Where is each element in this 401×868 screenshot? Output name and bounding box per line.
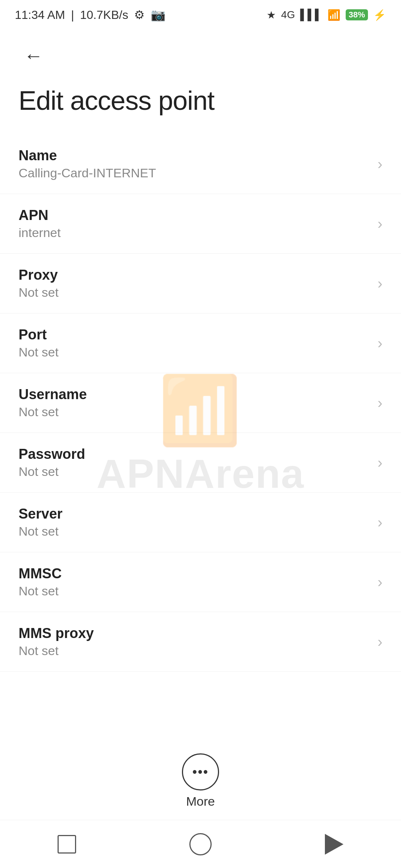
settings-value-proxy: Not set — [19, 285, 370, 300]
settings-item-text-proxy: Proxy Not set — [19, 267, 370, 300]
chevron-right-icon-apn: › — [378, 216, 382, 232]
speed-display: | — [71, 8, 74, 22]
more-button[interactable]: ••• More — [182, 753, 219, 809]
settings-value-mms-proxy: Not set — [19, 644, 370, 658]
settings-item-text-server: Server Not set — [19, 506, 370, 539]
chevron-right-icon-username: › — [378, 395, 382, 411]
battery-indicator: 38 % — [346, 9, 368, 20]
bluetooth-icon: ★ — [267, 9, 276, 21]
settings-label-username: Username — [19, 387, 370, 402]
settings-value-name: Calling-Card-INTERNET — [19, 166, 370, 180]
settings-value-apn: internet — [19, 226, 370, 240]
settings-value-port: Not set — [19, 345, 370, 359]
settings-item-username[interactable]: Username Not set › — [0, 373, 401, 433]
nav-back-button[interactable] — [319, 829, 349, 859]
chevron-right-icon-proxy: › — [378, 275, 382, 292]
settings-item-text-mmsc: MMSC Not set — [19, 566, 370, 598]
chevron-right-icon-name: › — [378, 156, 382, 172]
settings-item-text-password: Password Not set — [19, 446, 370, 479]
settings-label-apn: APN — [19, 207, 370, 223]
network-speed: 10.7KB/s — [80, 8, 128, 22]
chevron-right-icon-mmsc: › — [378, 574, 382, 591]
signal-4g-icon: 4G — [281, 9, 295, 21]
settings-icon: ⚙ — [134, 8, 145, 22]
settings-label-proxy: Proxy — [19, 267, 370, 283]
settings-item-text-mms-proxy: MMS proxy Not set — [19, 625, 370, 658]
settings-value-server: Not set — [19, 524, 370, 539]
settings-item-mmsc[interactable]: MMSC Not set › — [0, 552, 401, 612]
chevron-right-icon-mms-proxy: › — [378, 634, 382, 650]
settings-value-password: Not set — [19, 464, 370, 479]
time-display: 11:34 AM — [15, 8, 65, 22]
charging-icon: ⚡ — [373, 9, 386, 21]
settings-item-server[interactable]: Server Not set › — [0, 493, 401, 552]
settings-item-proxy[interactable]: Proxy Not set › — [0, 254, 401, 313]
settings-label-name: Name — [19, 148, 370, 164]
more-label: More — [186, 794, 215, 809]
home-icon — [189, 833, 212, 855]
page-title: Edit access point — [0, 74, 401, 134]
nav-recents-button[interactable] — [52, 829, 82, 859]
settings-label-password: Password — [19, 446, 370, 462]
settings-label-mmsc: MMSC — [19, 566, 370, 582]
settings-item-password[interactable]: Password Not set › — [0, 433, 401, 493]
settings-label-mms-proxy: MMS proxy — [19, 625, 370, 641]
top-bar: ← — [0, 30, 401, 74]
nav-home-button[interactable] — [186, 829, 215, 859]
back-button[interactable]: ← — [19, 41, 48, 70]
more-circle-icon: ••• — [182, 753, 219, 790]
settings-item-text-username: Username Not set — [19, 387, 370, 419]
status-bar: 11:34 AM | 10.7KB/s ⚙ 📷 ★ 4G ▌▌▌ 📶 38 % … — [0, 0, 401, 30]
wifi-icon: 📶 — [327, 9, 340, 21]
signal-bars-icon: ▌▌▌ — [300, 9, 322, 21]
chevron-right-icon-password: › — [378, 454, 382, 471]
settings-item-mms-proxy[interactable]: MMS proxy Not set › — [0, 612, 401, 672]
camera-icon: 📷 — [151, 8, 166, 22]
settings-item-text-apn: APN internet — [19, 207, 370, 240]
more-dots-icon: ••• — [192, 764, 209, 780]
settings-item-apn[interactable]: APN internet › — [0, 194, 401, 254]
settings-item-port[interactable]: Port Not set › — [0, 313, 401, 373]
status-right: ★ 4G ▌▌▌ 📶 38 % ⚡ — [267, 9, 386, 21]
settings-item-text-port: Port Not set — [19, 327, 370, 359]
settings-label-port: Port — [19, 327, 370, 343]
status-left: 11:34 AM | 10.7KB/s ⚙ 📷 — [15, 8, 166, 22]
back-arrow-icon: ← — [24, 46, 43, 65]
settings-value-mmsc: Not set — [19, 584, 370, 598]
settings-item-name[interactable]: Name Calling-Card-INTERNET › — [0, 134, 401, 194]
chevron-right-icon-port: › — [378, 335, 382, 352]
chevron-right-icon-server: › — [378, 514, 382, 531]
settings-list: Name Calling-Card-INTERNET › APN interne… — [0, 134, 401, 672]
settings-item-text-name: Name Calling-Card-INTERNET — [19, 148, 370, 180]
settings-value-username: Not set — [19, 405, 370, 419]
back-icon — [325, 834, 343, 855]
bottom-nav — [0, 820, 401, 868]
recents-icon — [58, 835, 76, 854]
settings-label-server: Server — [19, 506, 370, 522]
